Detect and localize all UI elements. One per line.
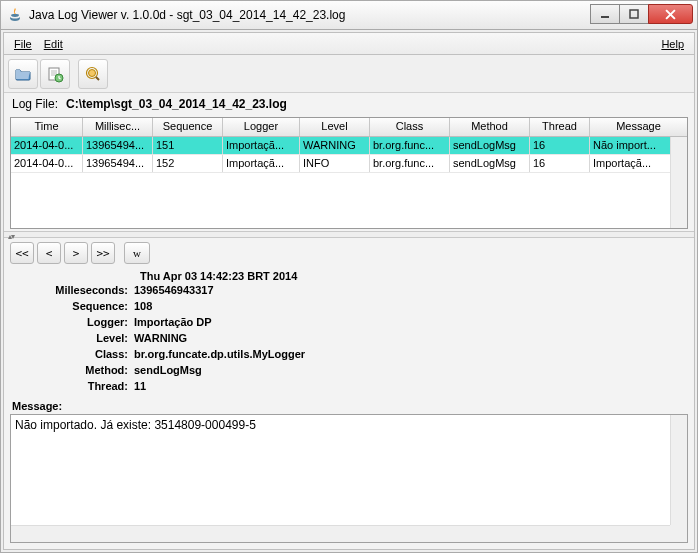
svg-point-4 [89, 69, 96, 76]
splitter[interactable]: ▴▾ [4, 231, 694, 238]
nav-next-button[interactable]: > [64, 242, 88, 264]
nav-prev-button[interactable]: < [37, 242, 61, 264]
menubar: File Edit Help [4, 33, 694, 55]
nav-last-button[interactable]: >> [91, 242, 115, 264]
window-controls [591, 1, 697, 29]
java-icon [7, 7, 23, 23]
logfile-path: C:\temp\sgt_03_04_2014_14_42_23.log [66, 97, 287, 111]
minimize-button[interactable] [590, 4, 620, 24]
col-thread[interactable]: Thread [530, 118, 590, 136]
svg-rect-0 [601, 16, 609, 18]
logfile-label: Log File: [12, 97, 58, 111]
cell-meth: sendLogMsg [450, 155, 530, 172]
cell-meth: sendLogMsg [450, 137, 530, 154]
col-sequence[interactable]: Sequence [153, 118, 223, 136]
value-thr: 11 [134, 378, 146, 394]
col-millisec[interactable]: Millisec... [83, 118, 153, 136]
label-meth: Method: [14, 362, 134, 378]
cell-seq: 151 [153, 137, 223, 154]
menu-help[interactable]: Help [655, 38, 690, 50]
open-folder-button[interactable] [8, 59, 38, 89]
cell-ms: 13965494... [83, 137, 153, 154]
nav-row: << < > >> w [4, 238, 694, 268]
table-row[interactable]: 2014-04-0... 13965494... 151 Importaçã..… [11, 137, 687, 155]
detail-date: Thu Apr 03 14:42:23 BRT 2014 [140, 270, 684, 282]
close-button[interactable] [648, 4, 693, 24]
col-time[interactable]: Time [11, 118, 83, 136]
menu-edit[interactable]: Edit [38, 38, 69, 50]
cell-time: 2014-04-0... [11, 155, 83, 172]
cell-log: Importaçã... [223, 137, 300, 154]
cell-seq: 152 [153, 155, 223, 172]
message-label: Message: [10, 398, 688, 414]
label-log: Logger: [14, 314, 134, 330]
scrollbar-corner [670, 525, 687, 542]
cell-lvl: INFO [300, 155, 370, 172]
toolbar [4, 55, 694, 93]
col-message[interactable]: Message [590, 118, 687, 136]
value-log: Importação DP [134, 314, 212, 330]
message-textarea[interactable]: Não importado. Já existe: 3514809-000499… [10, 414, 688, 543]
log-table[interactable]: Time Millisec... Sequence Logger Level C… [10, 117, 688, 229]
cell-thr: 16 [530, 155, 590, 172]
label-ms: Milleseconds: [14, 282, 134, 298]
titlebar[interactable]: Java Log Viewer v. 1.0.0d - sgt_03_04_20… [0, 0, 698, 30]
value-lvl: WARNING [134, 330, 187, 346]
cell-log: Importaçã... [223, 155, 300, 172]
col-class[interactable]: Class [370, 118, 450, 136]
detail-panel: Thu Apr 03 14:42:23 BRT 2014 Millesecond… [4, 268, 694, 398]
label-cls: Class: [14, 346, 134, 362]
value-cls: br.org.funcate.dp.utils.MyLogger [134, 346, 305, 362]
label-lvl: Level: [14, 330, 134, 346]
col-level[interactable]: Level [300, 118, 370, 136]
cell-time: 2014-04-0... [11, 137, 83, 154]
col-method[interactable]: Method [450, 118, 530, 136]
message-area: Message: Não importado. Já existe: 35148… [10, 398, 688, 543]
message-scrollbar-h[interactable] [11, 525, 670, 542]
table-scrollbar[interactable] [670, 137, 687, 228]
value-seq: 108 [134, 298, 152, 314]
table-header: Time Millisec... Sequence Logger Level C… [11, 118, 687, 137]
cell-lvl: WARNING [300, 137, 370, 154]
label-thr: Thread: [14, 378, 134, 394]
col-logger[interactable]: Logger [223, 118, 300, 136]
message-text: Não importado. Já existe: 3514809-000499… [15, 418, 256, 432]
nav-w-button[interactable]: w [124, 242, 150, 264]
find-button[interactable] [78, 59, 108, 89]
table-row[interactable]: 2014-04-0... 13965494... 152 Importaçã..… [11, 155, 687, 173]
svg-rect-1 [630, 10, 638, 18]
maximize-button[interactable] [619, 4, 649, 24]
splitter-grip-icon: ▴▾ [8, 232, 14, 241]
nav-first-button[interactable]: << [10, 242, 34, 264]
value-meth: sendLogMsg [134, 362, 202, 378]
window-title: Java Log Viewer v. 1.0.0d - sgt_03_04_20… [29, 8, 591, 22]
cell-cls: br.org.func... [370, 155, 450, 172]
value-ms: 1396546943317 [134, 282, 214, 298]
label-seq: Sequence: [14, 298, 134, 314]
logfile-row: Log File: C:\temp\sgt_03_04_2014_14_42_2… [4, 93, 694, 115]
message-scrollbar-v[interactable] [670, 415, 687, 525]
menu-file[interactable]: File [8, 38, 38, 50]
cell-cls: br.org.func... [370, 137, 450, 154]
cell-thr: 16 [530, 137, 590, 154]
reload-button[interactable] [40, 59, 70, 89]
cell-ms: 13965494... [83, 155, 153, 172]
